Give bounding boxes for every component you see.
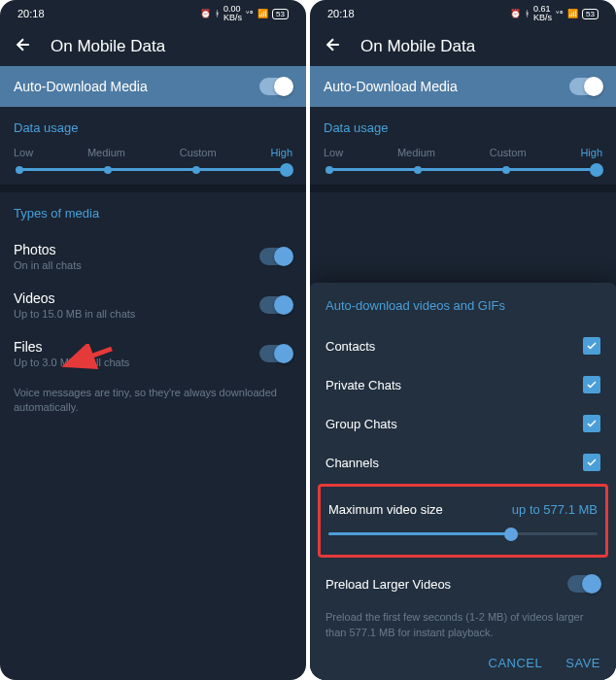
phone-right: 20:18 ⏰ ᚼ 0.61KB/s ᵛᵒ 📶 53 On Mobile Dat… (310, 0, 616, 680)
slider-label-custom: Custom (490, 147, 527, 158)
cancel-button[interactable]: CANCEL (489, 656, 543, 670)
channels-row[interactable]: Channels (325, 443, 600, 482)
status-bar: 20:18 ⏰ ᚼ 0.61KB/s ᵛᵒ 📶 53 (310, 0, 616, 27)
files-toggle[interactable] (259, 345, 292, 362)
slider-label-high: High (580, 147, 602, 158)
auto-download-toggle[interactable] (569, 78, 602, 95)
status-right: ⏰ ᚼ 0.00KB/s ᵛᵒ 📶 53 (200, 5, 289, 22)
max-size-slider[interactable] (328, 532, 598, 535)
banner-title: Auto-Download Media (14, 79, 148, 94)
status-time: 20:18 (327, 8, 355, 19)
bluetooth-icon: ᚼ (215, 9, 220, 18)
alarm-icon: ⏰ (510, 9, 521, 18)
channels-label: Channels (325, 456, 379, 470)
battery-icon: 53 (582, 9, 599, 19)
videos-toggle[interactable] (259, 296, 292, 314)
page-title: On Mobile Data (360, 37, 475, 56)
auto-download-dialog: Auto-download videos and GIFs Contacts P… (310, 283, 616, 680)
banner-title: Auto-Download Media (324, 79, 458, 94)
max-size-label: Maximum video size (328, 502, 443, 517)
status-time: 20:18 (17, 8, 45, 19)
back-icon[interactable] (324, 35, 343, 58)
slider-label-low: Low (324, 147, 343, 158)
voice-note: Voice messages are tiny, so they're alwa… (14, 378, 292, 424)
alarm-icon: ⏰ (200, 9, 211, 18)
slider-thumb[interactable] (590, 163, 603, 177)
save-button[interactable]: SAVE (565, 656, 600, 670)
group-chats-row[interactable]: Group Chats (325, 404, 600, 443)
max-size-row: Maximum video size up to 577.1 MB (328, 493, 598, 523)
phone-left: 20:18 ⏰ ᚼ 0.00KB/s ᵛᵒ 📶 53 On Mobile Dat… (0, 0, 306, 680)
types-of-media-section: Types of media Photos On in all chats Vi… (0, 192, 306, 437)
data-rate: 0.61KB/s (533, 5, 552, 22)
section-divider (0, 185, 306, 192)
photos-row[interactable]: Photos On in all chats (14, 232, 292, 281)
auto-download-banner[interactable]: Auto-Download Media (0, 66, 306, 107)
channels-checkbox[interactable] (583, 454, 600, 471)
size-slider-thumb[interactable] (504, 527, 518, 541)
slider-label-custom: Custom (180, 147, 217, 158)
volte-icon: ᵛᵒ (246, 9, 254, 18)
videos-title: Videos (14, 290, 135, 306)
videos-sub: Up to 15.0 MB in all chats (14, 308, 135, 320)
data-usage-section: Data usage Low Medium Custom High (0, 107, 306, 185)
preload-label: Preload Larger Videos (325, 577, 451, 592)
data-usage-section: Data usage Low Medium Custom High (310, 107, 616, 185)
videos-row[interactable]: Videos Up to 15.0 MB in all chats (14, 281, 292, 329)
auto-download-banner[interactable]: Auto-Download Media (310, 66, 616, 107)
bluetooth-icon: ᚼ (525, 9, 530, 18)
app-bar: On Mobile Data (310, 27, 616, 66)
preload-note: Preload the first few seconds (1-2 MB) o… (325, 602, 600, 648)
types-title: Types of media (14, 206, 292, 221)
photos-sub: On in all chats (14, 259, 82, 271)
data-usage-slider[interactable] (19, 168, 287, 171)
slider-label-medium: Medium (397, 147, 435, 158)
signal-icon: 📶 (257, 9, 268, 18)
max-size-value: up to 577.1 MB (512, 502, 598, 517)
contacts-row[interactable]: Contacts (325, 326, 600, 365)
group-chats-label: Group Chats (325, 417, 397, 431)
private-chats-row[interactable]: Private Chats (325, 365, 600, 404)
slider-labels: Low Medium Custom High (324, 147, 602, 158)
photos-title: Photos (14, 242, 82, 257)
back-icon[interactable] (14, 35, 33, 58)
status-bar: 20:18 ⏰ ᚼ 0.00KB/s ᵛᵒ 📶 53 (0, 0, 306, 27)
preload-toggle[interactable] (567, 575, 600, 593)
private-chats-checkbox[interactable] (583, 376, 600, 393)
signal-icon: 📶 (567, 9, 578, 18)
contacts-checkbox[interactable] (583, 337, 600, 355)
files-row[interactable]: Files Up to 3.0 MB in all chats (14, 329, 292, 378)
photos-toggle[interactable] (259, 248, 292, 265)
group-chats-checkbox[interactable] (583, 415, 600, 432)
app-bar: On Mobile Data (0, 27, 306, 66)
auto-download-toggle[interactable] (259, 78, 292, 95)
section-divider (310, 185, 616, 192)
dialog-actions: CANCEL SAVE (325, 648, 600, 670)
slider-label-high: High (270, 147, 292, 158)
preload-row[interactable]: Preload Larger Videos (325, 565, 600, 602)
private-chats-label: Private Chats (325, 378, 401, 392)
battery-icon: 53 (272, 9, 289, 19)
slider-labels: Low Medium Custom High (14, 147, 292, 158)
data-usage-title: Data usage (14, 120, 292, 135)
page-title: On Mobile Data (51, 37, 165, 56)
contacts-label: Contacts (325, 339, 375, 354)
slider-label-medium: Medium (87, 147, 125, 158)
slider-label-low: Low (14, 147, 33, 158)
svg-line-1 (66, 349, 112, 365)
data-usage-title: Data usage (324, 120, 602, 135)
annotation-highlight: Maximum video size up to 577.1 MB (318, 484, 608, 558)
slider-thumb[interactable] (280, 163, 293, 177)
volte-icon: ᵛᵒ (556, 9, 564, 18)
dialog-title: Auto-download videos and GIFs (325, 298, 600, 313)
data-usage-slider[interactable] (329, 168, 597, 171)
status-right: ⏰ ᚼ 0.61KB/s ᵛᵒ 📶 53 (510, 5, 599, 22)
annotation-arrow-icon (58, 344, 117, 373)
data-rate: 0.00KB/s (223, 5, 242, 22)
